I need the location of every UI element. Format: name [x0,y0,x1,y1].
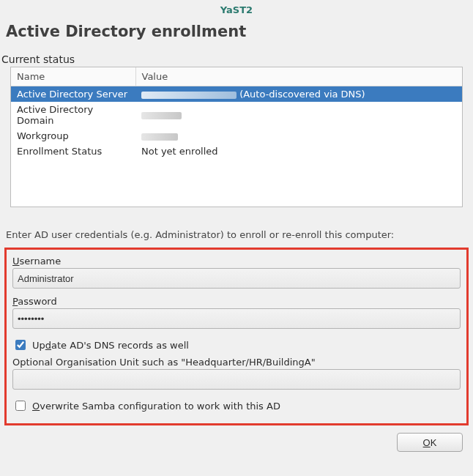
password-input[interactable] [12,308,461,329]
credentials-form-highlight: Username Password Update AD's DNS record… [4,248,469,425]
status-cell-value: Not yet enrolled [135,144,462,159]
update-dns-label: Update AD's DNS records as well [32,340,189,351]
status-row-workgroup[interactable]: Workgroup [11,128,462,144]
ok-button[interactable]: OK [397,433,463,452]
status-row-enrollment[interactable]: Enrollment Status Not yet enrolled [11,144,462,159]
overwrite-samba-label: Overwrite Samba configuration to work wi… [32,401,280,412]
window-title: YaST2 [0,0,473,17]
col-name[interactable]: Name [11,67,135,86]
overwrite-samba-checkbox[interactable] [15,401,26,411]
username-input[interactable] [12,268,461,289]
button-bar: OK [0,425,473,452]
status-table-container: Name Value Active Directory Server (Auto… [10,67,463,207]
username-label: Username [12,254,461,268]
status-cell-value [135,128,462,144]
password-label: Password [12,294,461,308]
status-cell-value: (Auto-discovered via DNS) [135,86,462,103]
status-cell-value [135,102,462,128]
status-row-ad-server[interactable]: Active Directory Server (Auto-discovered… [11,86,462,103]
status-cell-name: Enrollment Status [11,144,135,159]
status-cell-name: Workgroup [11,128,135,144]
status-cell-name: Active Directory Domain [11,102,135,128]
overwrite-samba-row[interactable]: Overwrite Samba configuration to work wi… [12,395,461,416]
org-unit-input[interactable] [12,369,461,390]
col-value[interactable]: Value [135,67,462,86]
status-row-ad-domain[interactable]: Active Directory Domain [11,102,462,128]
update-dns-row[interactable]: Update AD's DNS records as well [12,335,461,355]
status-table[interactable]: Name Value Active Directory Server (Auto… [11,67,462,159]
status-table-header: Name Value [11,67,462,86]
update-dns-checkbox[interactable] [15,340,26,350]
status-section-label: Current status [0,53,473,67]
credentials-instructions: Enter AD user credentials (e.g. Administ… [0,207,473,248]
page-heading: Active Directory enrollment [0,17,473,53]
org-unit-label: Optional Organisation Unit such as "Head… [12,355,461,369]
status-cell-name: Active Directory Server [11,86,135,103]
